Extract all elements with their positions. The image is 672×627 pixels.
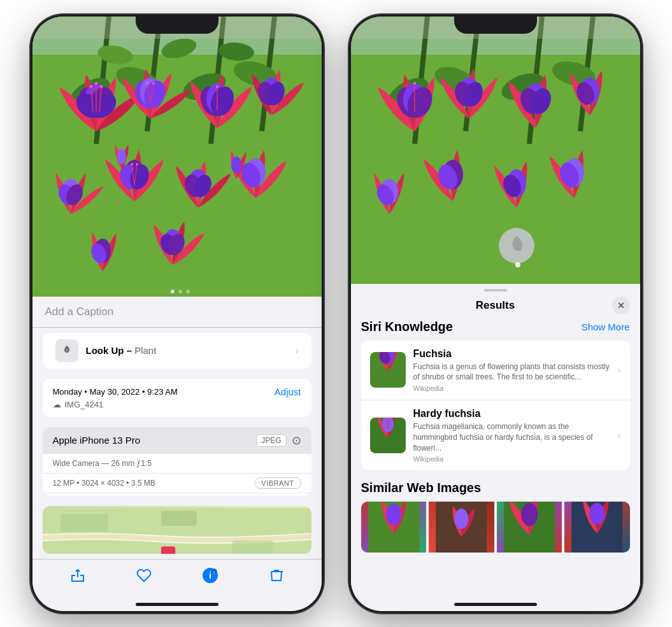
svg-rect-67 [60, 514, 107, 532]
svg-point-23 [100, 85, 103, 88]
fuchsia-source: Wikipedia [413, 384, 610, 392]
svg-point-90 [413, 82, 416, 85]
knowledge-item-fuchsia[interactable]: Fuchsia Fuchsia is a genus of flowering … [361, 341, 630, 401]
home-bar [136, 603, 218, 606]
siri-header: Siri Knowledge Show More [361, 320, 630, 334]
filename-row: ☁ IMG_4241 [53, 400, 301, 409]
svg-point-62 [171, 290, 175, 293]
jpeg-badge: JPEG [256, 434, 286, 447]
svg-point-120 [386, 504, 401, 525]
device-row: Apple iPhone 13 Pro JPEG ⊙ [43, 427, 311, 454]
meta-section: Monday • May 30, 2022 • 9:23 AM Adjust ☁… [43, 379, 311, 417]
similar-image-3[interactable] [497, 502, 562, 553]
results-header: Results ✕ [351, 292, 640, 320]
info-button[interactable]: i i [202, 567, 218, 588]
delete-button[interactable] [269, 568, 283, 587]
filename: IMG_4241 [65, 400, 104, 409]
bottom-toolbar: i i [32, 559, 322, 600]
hardy-chevron: › [618, 430, 621, 440]
similar-image-2[interactable] [429, 502, 494, 553]
cloud-icon: ☁ [53, 400, 61, 409]
svg-point-22 [95, 82, 97, 85]
flower-photo-right[interactable] [351, 17, 640, 284]
device-badges: JPEG ⊙ [256, 433, 301, 447]
lookup-chevron: › [295, 345, 298, 356]
similar-images-section: Similar Web Images [351, 470, 640, 553]
similar-title: Similar Web Images [361, 481, 630, 495]
device-name: Apple iPhone 13 Pro [53, 435, 141, 446]
hardy-name: Hardy fuchsia [413, 408, 610, 419]
results-close-button[interactable]: ✕ [612, 297, 630, 314]
svg-point-60 [231, 157, 241, 173]
svg-rect-69 [232, 540, 273, 554]
svg-rect-61 [32, 17, 322, 39]
knowledge-item-hardy[interactable]: Hardy fuchsia Fuchsia magellanica, commo… [361, 400, 630, 470]
share-button[interactable] [70, 568, 85, 587]
fuchsia-desc: Fuchsia is a genus of flowering plants t… [413, 362, 610, 383]
show-more-button[interactable]: Show More [582, 321, 630, 332]
flower-photo[interactable] [32, 17, 322, 297]
svg-rect-76 [351, 17, 640, 284]
knowledge-card: Fuchsia Fuchsia is a genus of flowering … [361, 341, 630, 471]
vibrant-badge: VIBRANT [254, 477, 301, 489]
caption-field[interactable]: Add a Caption [32, 297, 322, 328]
svg-point-64 [186, 290, 190, 293]
fuchsia-thumbnail [370, 352, 406, 388]
similar-images-grid [361, 502, 630, 553]
exif-row: ISO 50 | 26 mm | 0 ev | ƒ1.5 | 1/181 s [43, 493, 311, 496]
svg-point-29 [146, 82, 148, 85]
adjust-button[interactable]: Adjust [275, 386, 301, 397]
favorite-button[interactable] [136, 568, 152, 587]
mp-row: 12 MP • 3024 × 4032 • 3.5 MB VIBRANT [43, 474, 311, 493]
caption-placeholder: Add a Caption [45, 306, 114, 318]
right-phone: Results ✕ Siri Knowledge Show More [349, 15, 642, 613]
photo-date: Monday • May 30, 2022 • 9:23 AM [53, 387, 178, 397]
home-bar-right [454, 603, 537, 606]
camera-detail: Wide Camera — 26 mm ƒ1.5 [43, 454, 311, 474]
mp-text: 12 MP • 3024 × 4032 • 3.5 MB [53, 479, 155, 488]
fuchsia-name: Fuchsia [413, 348, 610, 360]
siri-knowledge-title: Siri Knowledge [361, 320, 453, 334]
camera-settings-icon[interactable]: ⊙ [292, 433, 301, 447]
svg-point-59 [117, 149, 126, 164]
hardy-thumbnail [370, 418, 406, 453]
siri-knowledge-section: Siri Knowledge Show More [351, 320, 640, 471]
svg-point-47 [131, 163, 133, 166]
lookup-label: Look Up – Plant [86, 345, 157, 356]
map-section[interactable] [43, 506, 311, 554]
device-section: Apple iPhone 13 Pro JPEG ⊙ Wide Camera —… [43, 427, 311, 496]
svg-point-122 [454, 509, 468, 529]
similar-image-4[interactable] [564, 502, 630, 553]
svg-point-21 [90, 85, 92, 88]
svg-point-35 [216, 85, 218, 88]
svg-point-63 [178, 290, 182, 293]
svg-point-124 [521, 503, 538, 526]
svg-rect-68 [161, 511, 196, 525]
svg-rect-107 [351, 17, 640, 39]
lookup-icon [55, 339, 78, 362]
svg-point-126 [589, 503, 604, 525]
fuchsia-text: Fuchsia Fuchsia is a genus of flowering … [413, 348, 610, 393]
svg-point-30 [152, 82, 155, 85]
svg-point-48 [136, 163, 138, 166]
svg-point-109 [515, 262, 520, 267]
info-panel: Add a Caption Look Up – Plant › Monday •… [32, 297, 322, 559]
hardy-source: Wikipedia [413, 455, 610, 463]
hardy-text: Hardy fuchsia Fuchsia magellanica, commo… [413, 408, 610, 463]
results-title: Results [476, 299, 515, 312]
hardy-desc: Fuchsia magellanica, commonly known as t… [413, 421, 610, 453]
similar-image-1[interactable] [361, 502, 427, 553]
lookup-row[interactable]: Look Up – Plant › [43, 333, 311, 369]
svg-rect-70 [161, 546, 175, 553]
left-phone: Add a Caption Look Up – Plant › Monday •… [31, 15, 324, 613]
results-panel: Results ✕ Siri Knowledge Show More [351, 284, 640, 600]
fuchsia-chevron: › [618, 365, 621, 375]
